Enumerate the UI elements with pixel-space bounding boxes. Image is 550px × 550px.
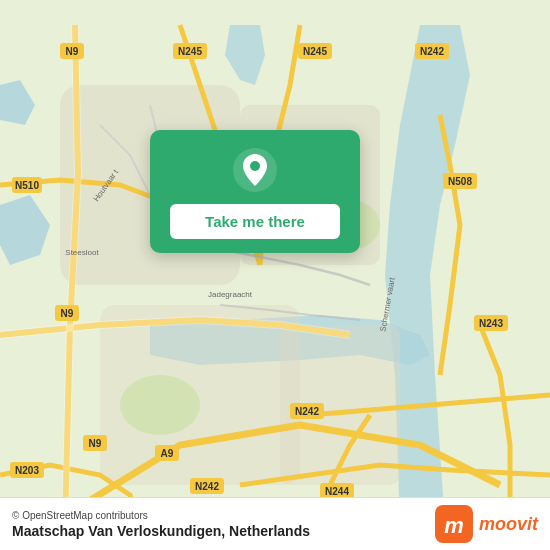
popup-card: Take me there [150,130,360,253]
svg-text:N242: N242 [195,481,219,492]
osm-attribution: © OpenStreetMap contributors [12,510,310,521]
take-me-there-button[interactable]: Take me there [170,204,340,239]
svg-point-40 [250,161,260,171]
svg-text:N245: N245 [303,46,327,57]
svg-text:N510: N510 [15,180,39,191]
svg-text:N245: N245 [178,46,202,57]
svg-text:Steesloot: Steesloot [65,248,99,257]
moovit-text: moovit [479,514,538,535]
svg-point-5 [120,375,200,435]
svg-text:N9: N9 [66,46,79,57]
bottom-bar: © OpenStreetMap contributors Maatschap V… [0,497,550,550]
map-container: N9 N9 N9 N510 N245 N245 N242 N508 N243 N… [0,0,550,550]
moovit-icon: m [435,505,473,543]
svg-text:N243: N243 [479,318,503,329]
svg-text:N9: N9 [61,308,74,319]
svg-text:N242: N242 [420,46,444,57]
map-background: N9 N9 N9 N510 N245 N245 N242 N508 N243 N… [0,0,550,550]
svg-text:Jadegraacht: Jadegraacht [208,290,253,299]
svg-text:m: m [444,513,464,538]
svg-text:N242: N242 [295,406,319,417]
moovit-logo[interactable]: m moovit [435,505,538,543]
svg-text:N9: N9 [89,438,102,449]
svg-text:N244: N244 [325,486,349,497]
svg-text:A9: A9 [161,448,174,459]
bottom-left: © OpenStreetMap contributors Maatschap V… [12,510,310,539]
svg-text:N508: N508 [448,176,472,187]
svg-text:N203: N203 [15,465,39,476]
location-name: Maatschap Van Verloskundigen, Netherland… [12,523,310,539]
location-pin-icon [233,148,277,192]
